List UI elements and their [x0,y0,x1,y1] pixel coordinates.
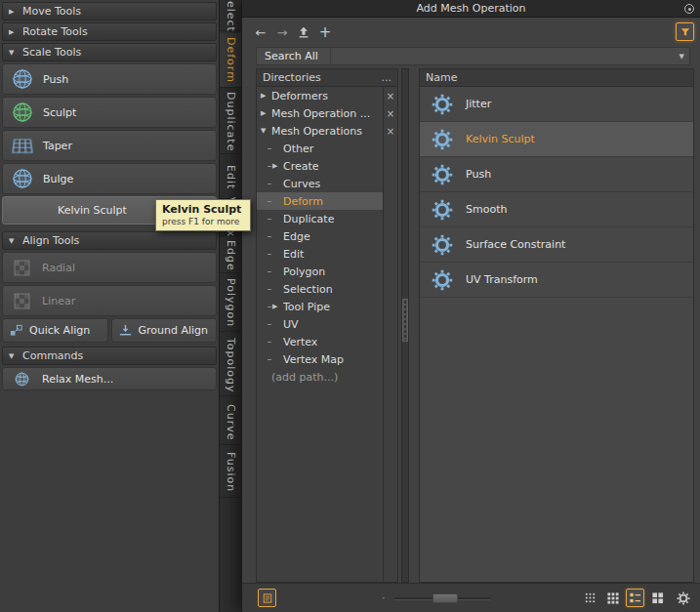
add-path-label: (add path...) [271,371,397,384]
collapse-arrow-icon: ▼ [9,49,18,57]
tab-label: Duplicate [225,92,237,151]
thumbnail-size-slider[interactable] [393,597,491,600]
pin-popover-icon[interactable] [684,4,694,14]
tab-edit[interactable]: Edit [220,156,242,199]
directory-row[interactable]: Other [257,140,397,157]
tab-curve[interactable]: Curve [220,400,242,445]
back-button[interactable]: ← [250,25,271,40]
remove-directory-icon[interactable]: × [384,87,397,104]
section-move-tools[interactable]: ▶ Move Tools [2,2,217,20]
tool-label: Kelvin Sculpt [58,204,127,217]
doc-list-icon [262,592,273,604]
expand-arrow-icon[interactable]: ▶ [261,109,271,117]
expand-arrow-icon[interactable]: ▼ [261,127,271,135]
mesh-op-label: Surface Constraint [466,238,565,251]
tab-label: Curve [225,404,237,440]
mesh-op-row[interactable]: Smooth [420,192,693,227]
sculpt-tool-button[interactable]: Sculpt [2,97,217,128]
directory-row[interactable]: Duplicate [257,210,397,227]
tab-deform[interactable]: Deform [220,33,242,88]
mesh-op-row[interactable]: Jitter [420,87,693,122]
mesh-op-row-selected[interactable]: Kelvin Sculpt [420,122,693,157]
expand-arrow-icon[interactable]: ▶ [261,92,271,100]
mesh-op-row[interactable]: Push [420,157,693,192]
list-view-icon [629,592,641,604]
ground-align-button[interactable]: Ground Align [111,318,218,343]
tab-select[interactable]: Select [220,0,242,31]
directories-scrollbar[interactable] [401,68,409,583]
sphere-icon [11,67,34,91]
remove-directory-icon[interactable]: × [384,122,397,140]
tool-label: Radial [42,262,75,274]
search-input[interactable]: Search All [257,48,331,64]
preset-info-button[interactable] [258,589,276,607]
up-directory-button[interactable] [293,25,314,39]
directory-row[interactable]: Edit [257,245,397,263]
list-options-button[interactable] [674,589,692,607]
directory-row[interactable]: ▶ Mesh Operation ... × [257,104,397,122]
thumb-grid-large-button[interactable] [648,589,667,607]
directory-row[interactable]: Vertex [257,333,397,350]
name-header-label: Name [426,71,457,84]
directory-row[interactable]: Vertex Map [257,350,397,368]
slider-handle[interactable] [432,593,458,603]
relax-mesh-button[interactable]: Relax Mesh... [2,367,217,390]
forward-button[interactable]: → [271,25,293,40]
mesh-op-row[interactable]: UV Transform [420,263,693,298]
mesh-op-label: Kelvin Sculpt [466,133,535,145]
tab-topology[interactable]: Topology [220,336,242,396]
directory-label: Edge [283,230,397,243]
directory-row[interactable]: ▼ Mesh Operations × [257,122,397,140]
directory-row-selected[interactable]: Deform [257,192,397,210]
more-options-icon[interactable]: ... [382,71,392,84]
push-tool-button[interactable]: Push [2,63,217,95]
taper-tool-button[interactable]: Taper [2,130,217,161]
medium-thumbnails-icon [606,592,619,604]
tab-polygon[interactable]: Polygon [220,275,242,332]
directory-label: Selection [283,283,397,296]
slider-min-dot: · [382,592,386,604]
tool-label: Quick Align [29,324,90,337]
linear-align-button[interactable]: Linear [2,285,217,316]
collapse-arrow-icon: ▶ [9,8,18,16]
tooltip-subtitle: press F1 for more [162,217,244,226]
directory-row[interactable]: Curves [257,175,397,192]
add-directory-button[interactable]: + [314,23,336,41]
directory-row[interactable]: Selection [257,280,397,298]
scrollbar-thumb[interactable] [402,299,408,342]
tab-fusion[interactable]: Fusion [220,447,242,498]
thumb-grid-medium-button[interactable] [603,589,622,607]
filter-button[interactable] [676,22,694,41]
directory-row[interactable]: ▶ Tool Pipe [257,298,397,315]
directories-header: Directories ... [257,69,397,87]
directory-row[interactable]: ▶ Deformers × [257,87,397,104]
directory-row[interactable]: UV [257,315,397,333]
list-detail-view-button[interactable] [626,589,644,607]
quick-align-button[interactable]: Quick Align [2,318,108,343]
section-rotate-tools[interactable]: ▶ Rotate Tools [2,22,217,41]
add-path-row[interactable]: (add path...) [257,368,397,386]
expand-arrow-icon[interactable]: ▶ [272,303,283,310]
section-label: Move Tools [22,5,81,18]
tab-duplicate[interactable]: Duplicate [220,90,242,154]
expand-arrow-icon[interactable]: ▶ [272,162,283,170]
directory-row[interactable]: Edge [257,227,397,245]
tab-edge[interactable]: Edge [220,238,242,273]
checker-grid-icon [14,293,30,309]
section-scale-tools[interactable]: ▼ Scale Tools [2,43,217,61]
mesh-op-row[interactable]: Surface Constraint [420,227,693,263]
directory-row[interactable]: Polygon [257,263,397,280]
search-bar[interactable]: Search All ▼ [256,47,690,65]
radial-align-button[interactable]: Radial [2,252,217,283]
directory-label: Vertex [283,336,397,348]
name-column-header[interactable]: Name [420,69,693,87]
section-commands[interactable]: ▼ Commands [2,347,217,365]
mesh-op-label: Smooth [466,203,507,216]
directory-row[interactable]: ▶ Create [257,157,397,175]
chevron-down-icon[interactable]: ▼ [679,53,684,61]
remove-directory-icon[interactable]: × [384,104,397,122]
tooltip-title: Kelvin Sculpt [162,203,244,216]
thumb-grid-small-button[interactable] [581,589,599,607]
section-align-tools[interactable]: ▼ Align Tools [2,231,217,250]
bulge-tool-button[interactable]: Bulge [2,163,217,194]
